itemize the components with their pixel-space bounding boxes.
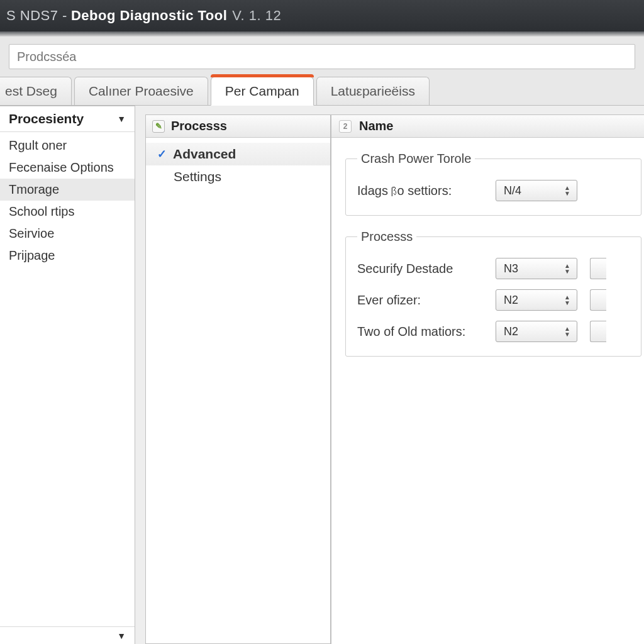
sidebar-item-fecenaise-options[interactable]: Fecenaise Options (0, 157, 135, 179)
select-two-of-old[interactable]: N2 ▲▼ (496, 321, 577, 342)
process-list-items: ✓ Advanced Settings (146, 138, 330, 643)
title-bar: S NDS7 - Debog Diagnostic Tool V. 1. 12 (0, 0, 644, 31)
sidebar-item-label: School rtips (9, 204, 75, 218)
process-item-advanced[interactable]: ✓ Advanced (146, 143, 330, 165)
aux-button[interactable] (590, 289, 606, 311)
workspace: Procesienty ▼ Rgult oner Fecenaise Optio… (0, 106, 644, 644)
form-row: Securify Destade N3 ▲▼ (357, 258, 630, 279)
tab-label: Per Campan (225, 84, 299, 98)
sidebar-header-label: Procesienty (9, 111, 84, 126)
form-label: Idags ꞵo settiors: (357, 184, 496, 198)
sidebar-item-label: Fecenaise Options (9, 160, 114, 174)
sidebar-item-seirvioe[interactable]: Seirvioe (0, 223, 135, 245)
tab-label: Calıner Proaesive (89, 84, 194, 98)
path-input[interactable] (9, 44, 635, 69)
details-header: 2 Name (331, 115, 644, 138)
path-row (0, 36, 644, 75)
form-label: Securify Destade (357, 262, 496, 276)
refresh-icon[interactable]: ✎ (152, 120, 165, 133)
select-securify[interactable]: N3 ▲▼ (496, 258, 577, 279)
sidebar-items: Rgult oner Fecenaise Options Tmorage Sch… (0, 132, 135, 626)
chevron-down-icon: ▼ (117, 114, 126, 124)
form-row: Ever ofizer: N2 ▲▼ (357, 289, 630, 311)
app-version: V. 1. 12 (232, 8, 281, 24)
spinner-icon: ▲▼ (564, 264, 570, 274)
process-item-label: Advanced (173, 147, 236, 162)
sidebar-item-tmorage[interactable]: Tmorage (0, 179, 135, 201)
chevron-down-icon[interactable]: ▼ (117, 631, 126, 641)
check-icon: ✓ (157, 147, 167, 161)
tab-label: Latuεparieëiss (331, 84, 415, 98)
select-ever-ofizer[interactable]: N2 ▲▼ (496, 289, 577, 311)
sidebar-item-prijpage[interactable]: Prijpage (0, 245, 135, 267)
group-processs: Processs Securify Destade N3 ▲▼ Ever ofi… (345, 230, 641, 357)
tab-est-dseg[interactable]: est Dseg (0, 77, 72, 105)
app-title: Debog Diagnostic Tool (71, 8, 227, 24)
details-header-label: Name (359, 119, 393, 133)
select-idags[interactable]: N/4 ▲▼ (496, 180, 577, 201)
tab-latueparieeiss[interactable]: Latuεparieëiss (316, 77, 430, 105)
tab-caliner-proaesive[interactable]: Calıner Proaesive (74, 77, 208, 105)
sidebar-footer: ▼ (0, 626, 135, 644)
title-prefix: S NDS7 - (6, 8, 67, 24)
sidebar-item-label: Tmorage (9, 182, 59, 196)
form-row: Two of Old matiors: N2 ▲▼ (357, 321, 630, 342)
form-label: Two of Old matiors: (357, 325, 496, 339)
tab-per-campan[interactable]: Per Campan (211, 77, 314, 106)
sidebar-header[interactable]: Procesienty ▼ (0, 106, 135, 132)
process-list-header-label: Processs (171, 119, 227, 133)
process-list-panel: ✎ Processs ✓ Advanced Settings (145, 114, 331, 644)
process-list-header: ✎ Processs (146, 115, 330, 138)
header-badge: 2 (339, 120, 352, 133)
tab-strip: est Dseg Calıner Proaesive Per Campan La… (0, 77, 644, 106)
sidebar-item-label: Rgult oner (9, 138, 67, 152)
sidebar-item-label: Prijpage (9, 248, 55, 262)
sidebar-item-label: Seirvioe (9, 226, 54, 240)
spinner-icon: ▲▼ (564, 326, 570, 336)
spinner-icon: ▲▼ (564, 295, 570, 305)
form-row: Idags ꞵo settiors: N/4 ▲▼ (357, 180, 630, 201)
sidebar-item-rgult-oner[interactable]: Rgult oner (0, 135, 135, 157)
spinner-icon: ▲▼ (564, 186, 570, 196)
tab-label: est Dseg (5, 84, 57, 98)
details-panel: 2 Name Crash Power Torole Idags ꞵo setti… (331, 114, 644, 644)
select-value: N2 (504, 294, 518, 307)
title-bar-shadow (0, 31, 644, 36)
select-value: N/4 (504, 184, 521, 197)
group-legend: Processs (357, 230, 416, 244)
aux-button[interactable] (590, 321, 606, 342)
aux-button[interactable] (590, 258, 606, 279)
group-legend: Crash Power Torole (357, 152, 475, 166)
group-crash-power: Crash Power Torole Idags ꞵo settiors: N/… (345, 152, 641, 216)
process-item-settings[interactable]: Settings (146, 165, 330, 188)
select-value: N3 (504, 262, 518, 275)
sidebar-item-school-rtips[interactable]: School rtips (0, 201, 135, 223)
select-value: N2 (504, 325, 518, 338)
process-item-label: Settings (174, 169, 221, 184)
sidebar: Procesienty ▼ Rgult oner Fecenaise Optio… (0, 106, 135, 644)
form-label: Ever ofizer: (357, 293, 496, 308)
